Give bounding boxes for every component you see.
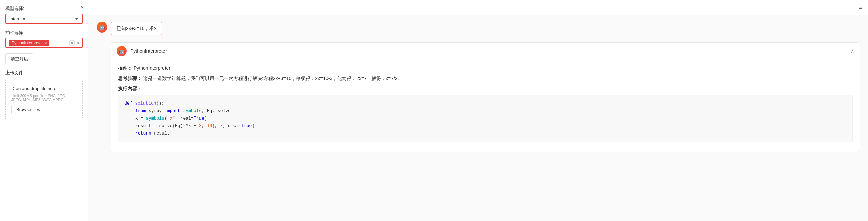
upload-box[interactable]: Drag and drop file here Limit 200MB per … [5,79,83,120]
plugin-tag[interactable]: PythonInterpreter × [9,40,49,46]
model-select[interactable]: internlm [5,14,83,24]
hamburger-menu-button[interactable]: ≡ [858,3,863,11]
model-section: 模型选择: internlm [5,5,83,24]
top-bar: ≡ [88,0,868,15]
browse-files-button[interactable]: Browse files [11,105,45,114]
upload-drag-title: Drag and drop file here [11,86,77,91]
response-header-left: 🤖 PythonInterpreter [117,46,167,56]
plugin-value: PythonInterpreter [134,65,170,71]
upload-section: 上传文件 Drag and drop file here Limit 200MB… [5,70,83,120]
thinking-text: 这是一道数学计算题，我们可以用一元一次方程进行解决:方程2x+3=10，移项得：… [143,76,399,81]
plugin-row-icons: ✕ ▾ [69,40,79,46]
plugin-tag-close-icon[interactable]: × [45,41,47,45]
response-plugin-name: PythonInterpreter [130,48,167,54]
user-avatar-icon: 🤖 [99,25,105,30]
code-block: def solution(): from sympy import symbol… [118,95,853,142]
plugin-section-label: 插件选择 [5,30,83,36]
model-section-label: 模型选择: [5,5,83,12]
response-body: 插件： PythonInterpreter 思考步骤： 这是一道数学计算题，我们… [111,60,860,152]
response-card: 🤖 PythonInterpreter ∧ 插件： PythonInterpre… [111,42,860,152]
close-button[interactable]: × [80,4,83,10]
chat-area: 🤖 已知2x+3=10，求x 🤖 PythonInterpreter ∧ 插件：… [88,15,868,221]
thinking-label: 思考步骤： [118,76,142,81]
user-avatar: 🤖 [97,22,107,33]
thinking-row: 思考步骤： 这是一道数学计算题，我们可以用一元一次方程进行解决:方程2x+3=1… [118,76,853,82]
upload-section-label: 上传文件 [5,70,83,76]
clear-section: 清空对话 [5,53,83,64]
plugin-row: 插件： PythonInterpreter [118,65,853,72]
user-bubble: 已知2x+3=10，求x [111,22,162,35]
collapse-button[interactable]: ∧ [851,48,854,54]
upload-limit-text: Limit 200MB per file • PNG, JPG, JPEG, M… [11,94,77,102]
sidebar: × 模型选择: internlm 插件选择 PythonInterpreter … [0,0,88,221]
user-message: 🤖 已知2x+3=10，求x [97,22,860,35]
response-header: 🤖 PythonInterpreter ∧ [111,43,860,60]
clear-plugin-icon[interactable]: ✕ [69,40,75,46]
plugin-tag-label: PythonInterpreter [12,41,43,45]
chevron-down-icon[interactable]: ▾ [77,41,79,45]
exec-label: 执行内容： [118,86,142,91]
response-icon: 🤖 [117,46,127,56]
plugin-section: 插件选择 PythonInterpreter × ✕ ▾ [5,30,83,48]
exec-row: 执行内容： def solution(): from sympy import … [118,86,853,142]
main-content: ≡ 🤖 已知2x+3=10，求x 🤖 PythonInterpreter ∧ 插… [88,0,868,221]
clear-conversation-button[interactable]: 清空对话 [5,53,33,64]
plugin-label: 插件： [118,65,132,71]
plugin-tag-row: PythonInterpreter × ✕ ▾ [5,38,83,48]
